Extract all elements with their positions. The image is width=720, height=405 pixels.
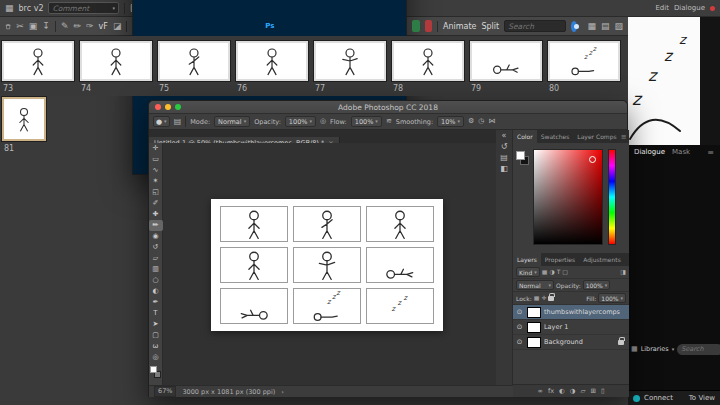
frame-thumbnail[interactable]: [236, 41, 308, 81]
frame-thumbnail[interactable]: [470, 41, 542, 81]
lock-all-icon[interactable]: [548, 296, 554, 301]
layer-visibility-toggle[interactable]: ⊙: [515, 308, 524, 316]
document-canvas[interactable]: zzz zzz: [211, 199, 443, 331]
hand-tool-icon[interactable]: ω: [149, 341, 163, 352]
tab-dialogue[interactable]: Dialogue: [634, 148, 665, 156]
brush-preset-picker[interactable]: ●▾: [153, 116, 170, 127]
marquee-tool-icon[interactable]: ▭: [149, 154, 163, 165]
grid-view-icon[interactable]: ▦: [587, 22, 596, 31]
kind-filter-select[interactable]: Kind▾: [516, 267, 540, 277]
filter-adjustment-layers-icon[interactable]: ◑: [549, 269, 554, 275]
flow-select[interactable]: 100%▾: [351, 116, 382, 127]
layer-row[interactable]: ⊙ Layer 1: [513, 320, 629, 335]
collapse-panels-icon[interactable]: «: [502, 132, 507, 140]
frame-thumbnail[interactable]: [80, 41, 152, 81]
brush-tool-icon[interactable]: ✑: [86, 22, 94, 31]
gear-icon[interactable]: ⚙: [468, 118, 474, 125]
pressure-opacity-icon[interactable]: ◎: [320, 118, 326, 125]
project-name[interactable]: brc v2: [19, 4, 44, 13]
to-view-button[interactable]: To View: [689, 394, 715, 402]
lock-transparency-icon[interactable]: ▦: [534, 295, 540, 301]
magic-wand-tool-icon[interactable]: ✶: [149, 176, 163, 187]
layer-thumbnail[interactable]: [527, 307, 541, 318]
connect-button[interactable]: Connect: [644, 394, 673, 402]
lock-position-icon[interactable]: ✛: [541, 295, 546, 301]
frame-thumbnail[interactable]: [158, 41, 230, 81]
menu-edit[interactable]: Edit: [655, 4, 669, 12]
photoshop-canvas-area[interactable]: zzz zzz: [163, 143, 496, 385]
toolbar-search-field[interactable]: [504, 20, 566, 32]
eraser-tool-icon[interactable]: ◪: [113, 22, 122, 31]
blend-mode-select[interactable]: Normal▾: [516, 280, 554, 290]
status-menu-arrow[interactable]: ›: [281, 388, 284, 396]
split-button[interactable]: Split: [481, 22, 499, 31]
eyedropper-tool-icon[interactable]: ✐: [149, 198, 163, 209]
tab-mask[interactable]: Mask: [672, 148, 690, 156]
trash-icon[interactable]: [5, 21, 11, 32]
scissors-icon[interactable]: ✂: [16, 22, 24, 31]
brush-angle-icon[interactable]: ◷: [478, 118, 484, 125]
layer-visibility-toggle[interactable]: ⊙: [515, 338, 524, 346]
toggle-brush-panel-icon[interactable]: ▤: [174, 118, 182, 126]
type-tool-icon[interactable]: T: [149, 308, 163, 319]
green-app-icon[interactable]: [412, 20, 419, 32]
foreground-color-swatch[interactable]: [516, 151, 525, 160]
layer-mask-icon[interactable]: ◐: [559, 387, 565, 395]
rows-view-icon[interactable]: ▤: [601, 22, 610, 31]
help-icon[interactable]: [571, 21, 577, 32]
brush-settings-panel-icon[interactable]: ▤: [500, 154, 508, 162]
layer-visibility-toggle[interactable]: ⊙: [515, 323, 524, 331]
menu-dialogue[interactable]: Dialogue: [674, 4, 705, 12]
comment-input[interactable]: [52, 4, 110, 13]
layer-opacity-select[interactable]: 100%▾: [583, 280, 611, 290]
tab-swatches[interactable]: Swatches: [537, 130, 574, 143]
filter-pixel-layers-icon[interactable]: ▦: [542, 269, 548, 275]
tab-properties[interactable]: Properties: [541, 253, 579, 266]
healing-brush-tool-icon[interactable]: ✚: [149, 209, 163, 220]
tab-layers[interactable]: Layers: [513, 253, 541, 266]
layer-row-selected[interactable]: ⊙ thumbswithlayercomps: [513, 305, 629, 320]
libraries-search-field[interactable]: [677, 344, 720, 355]
crop-tool-icon[interactable]: ◱: [149, 187, 163, 198]
dodge-tool-icon[interactable]: ◐: [149, 286, 163, 297]
move-tool-icon[interactable]: ✛: [149, 143, 163, 154]
zoom-tool-icon[interactable]: ◎: [149, 352, 163, 363]
opacity-select[interactable]: 100%▾: [285, 116, 316, 127]
red-app-icon[interactable]: [425, 20, 432, 32]
zoom-window-button[interactable]: [175, 104, 181, 110]
animate-button[interactable]: Animate: [443, 22, 477, 31]
zoom-level-field[interactable]: 67%: [154, 386, 176, 397]
tab-adjustments[interactable]: Adjustments: [579, 253, 625, 266]
apps-grid-icon[interactable]: ▦: [5, 4, 14, 13]
smoothing-select[interactable]: 10%▾: [437, 116, 464, 127]
tab-layer-comps[interactable]: Layer Comps: [573, 130, 620, 143]
lasso-tool-icon[interactable]: ∿: [149, 165, 163, 176]
comment-field[interactable]: ▾: [48, 2, 119, 14]
blur-tool-icon[interactable]: ○: [149, 275, 163, 286]
filter-shape-layers-icon[interactable]: ▢: [562, 269, 568, 275]
eraser-tool-icon[interactable]: ▱: [149, 253, 163, 264]
frame-thumbnail[interactable]: zzz: [548, 41, 620, 81]
airbrush-icon[interactable]: ≋: [386, 118, 392, 125]
layer-row[interactable]: ⊙ Background: [513, 335, 629, 350]
adjustment-layer-icon[interactable]: ◑: [570, 387, 576, 395]
libraries-search-input[interactable]: [681, 345, 719, 353]
fill-select[interactable]: 100%▾: [598, 293, 626, 303]
filter-type-layers-icon[interactable]: T: [557, 269, 561, 275]
download-icon[interactable]: ↧: [42, 22, 50, 31]
link-layers-icon[interactable]: ∞: [538, 387, 543, 395]
clone-stamp-tool-icon[interactable]: ◉: [149, 231, 163, 242]
pencil-tool-icon[interactable]: ✏: [73, 22, 81, 31]
foreground-color-swatch[interactable]: [150, 366, 157, 373]
history-panel-icon[interactable]: ↺: [501, 143, 508, 151]
color-gradient-picker[interactable]: [533, 149, 603, 245]
shape-tool-icon[interactable]: ▢: [149, 330, 163, 341]
history-brush-tool-icon[interactable]: ↺: [149, 242, 163, 253]
frame-preview-canvas[interactable]: z z z z: [628, 17, 700, 145]
vf-tool-label[interactable]: vF: [99, 22, 108, 31]
frame-thumbnail[interactable]: [314, 41, 386, 81]
minimize-window-button[interactable]: [165, 104, 171, 110]
filter-toggle-icon[interactable]: ◨: [620, 269, 626, 275]
frame-thumbnail-selected[interactable]: [2, 97, 46, 141]
panel-menu-icon[interactable]: ≡: [621, 133, 630, 141]
